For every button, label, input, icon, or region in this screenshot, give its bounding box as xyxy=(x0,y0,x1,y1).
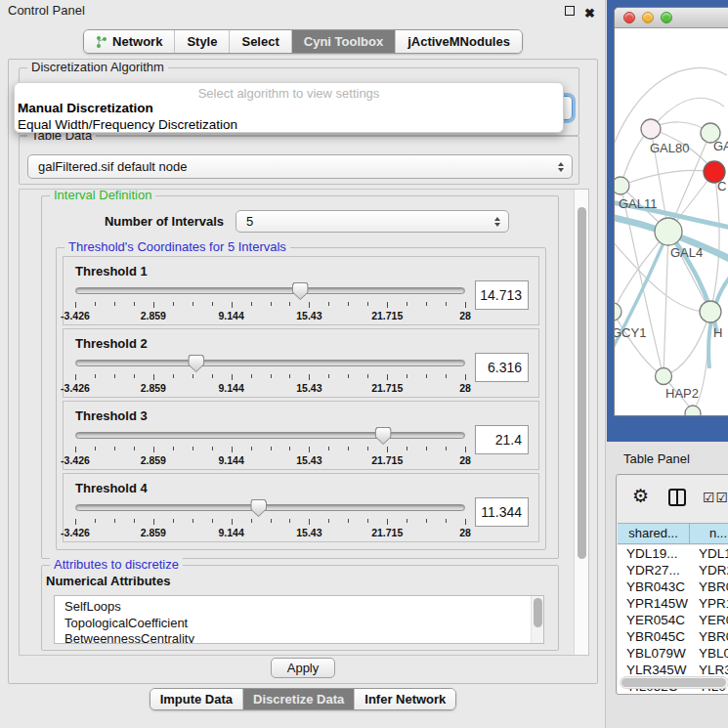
number-of-intervals-combo[interactable]: 5 xyxy=(236,210,509,233)
table-row[interactable]: YPR145WYPR1 xyxy=(618,595,728,612)
slider-tick xyxy=(289,519,290,523)
popup-option-manual-discretization[interactable]: Manual Discretization xyxy=(15,101,563,117)
slider-tick xyxy=(271,447,272,450)
column-header-shared[interactable]: shared... xyxy=(618,524,690,543)
column-header-name[interactable]: n... xyxy=(690,524,728,543)
float-window-icon[interactable] xyxy=(565,6,575,16)
table-row[interactable]: YBL079WYBL0 xyxy=(618,645,728,662)
slider-tick xyxy=(232,374,233,380)
close-icon[interactable]: ✖ xyxy=(584,3,595,24)
minimize-traffic-light-icon[interactable] xyxy=(642,12,654,23)
slider-tick xyxy=(232,519,233,525)
table-data-combo[interactable]: galFiltered.sif default node xyxy=(27,154,573,179)
node-gal4[interactable] xyxy=(655,218,682,245)
slider-tick xyxy=(271,519,272,523)
node-gal11[interactable] xyxy=(615,177,629,194)
threshold-value-field[interactable]: 11.344 xyxy=(475,497,529,527)
tab-discretize-data[interactable]: Discretize Data xyxy=(242,689,354,709)
control-panel-titlebar: Control Panel ✖ xyxy=(0,0,605,21)
node-bottom[interactable] xyxy=(685,406,701,415)
slider-thumb[interactable] xyxy=(250,499,267,517)
table-panel-toolbar: ⚙ ☑☑ xyxy=(617,475,728,523)
node-gcy1[interactable] xyxy=(615,303,621,321)
table-data-group: Table Data galFiltered.sif default node xyxy=(19,136,579,185)
zoom-traffic-light-icon[interactable] xyxy=(661,12,672,23)
algorithm-placeholder: Select algorithm to view settings xyxy=(15,83,563,101)
threshold-value-field[interactable]: 6.316 xyxy=(475,353,529,382)
slider-tick-label: 15.43 xyxy=(296,382,321,394)
tab-cyni-toolbox[interactable]: Cyni Toolbox xyxy=(291,30,395,53)
tab-select[interactable]: Select xyxy=(229,30,290,53)
slider-tick xyxy=(407,374,407,378)
slider-tick xyxy=(367,519,368,523)
threshold-value-field[interactable]: 14.713 xyxy=(475,280,529,310)
threshold-slider[interactable]: -3.4262.8599.14415.4321.71528 xyxy=(75,355,465,398)
network-window-titlebar[interactable] xyxy=(615,8,728,28)
close-traffic-light-icon[interactable] xyxy=(623,12,635,23)
slider-tick xyxy=(348,447,349,450)
table-data-combo-value: galFiltered.sif default node xyxy=(38,159,187,174)
slider-thumb[interactable] xyxy=(292,282,309,300)
numerical-attributes-list[interactable]: SelfLoopsTopologicalCoefficientBetweenne… xyxy=(54,595,544,644)
table-cell-shared-name: YBR045C xyxy=(618,628,690,645)
tab-network[interactable]: Network xyxy=(84,30,174,53)
tab-label: Cyni Toolbox xyxy=(304,34,383,49)
threshold-value-field[interactable]: 21.4 xyxy=(475,425,529,454)
slider-tick xyxy=(232,302,233,308)
table-row[interactable]: YBR043CYBR0 xyxy=(618,578,728,595)
tab-infer-network[interactable]: Infer Network xyxy=(354,689,455,709)
threshold-slider[interactable]: -3.4262.8599.14415.4321.71528 xyxy=(75,499,465,542)
slider-thumb[interactable] xyxy=(375,427,392,445)
popup-option-equal-width-frequency[interactable]: Equal Width/Frequency Discretization xyxy=(15,117,563,134)
table-cell-name: YBR0 xyxy=(690,578,728,595)
control-panel-window: Control Panel ✖ NetworkStyleSelectCyni T… xyxy=(0,0,606,728)
slider-tick xyxy=(134,519,135,523)
network-canvas[interactable]: GAL80 GA C GAL11 GAL4 GCY1 H HAP2 xyxy=(615,28,728,415)
threshold-slider[interactable]: -3.4262.8599.14415.4321.71528 xyxy=(75,427,465,470)
slider-tick xyxy=(114,302,115,306)
slider-track[interactable] xyxy=(75,432,465,439)
node-label: HAP2 xyxy=(665,386,699,401)
tab-jactivemnodules[interactable]: jActiveMNodules xyxy=(395,30,522,53)
apply-button[interactable]: Apply xyxy=(271,658,335,678)
slider-track[interactable] xyxy=(75,360,465,366)
slider-track[interactable] xyxy=(75,504,465,511)
numerical-attributes-label: Numerical Attributes xyxy=(46,574,170,588)
slider-thumb[interactable] xyxy=(188,355,204,372)
select-columns-icon[interactable]: ☑☑ xyxy=(703,490,728,505)
node-gal80[interactable] xyxy=(641,119,661,139)
split-columns-icon[interactable] xyxy=(668,489,686,506)
tab-label: Discretize Data xyxy=(253,692,344,707)
table-panel-body: ⚙ ☑☑ shared... n... YDL19...YDL1YDR27...… xyxy=(616,474,728,695)
slider-tick-label: 15.43 xyxy=(296,310,321,321)
slider-tick xyxy=(309,302,310,308)
tab-impute-data[interactable]: Impute Data xyxy=(150,689,242,709)
number-of-intervals-value: 5 xyxy=(246,214,253,229)
slider-tick xyxy=(446,374,447,378)
horizontal-scrollbar[interactable] xyxy=(620,676,728,689)
table-row[interactable]: YDL19...YDL1 xyxy=(618,545,728,562)
node-hap2[interactable] xyxy=(656,368,672,385)
attributes-scrollbar[interactable] xyxy=(531,596,543,643)
threshold-slider[interactable]: -3.4262.8599.14415.4321.71528 xyxy=(75,282,465,325)
attribute-list-item[interactable]: TopologicalCoefficient xyxy=(64,616,543,632)
slider-tick xyxy=(309,374,310,380)
slider-tick xyxy=(367,447,368,450)
slider-track[interactable] xyxy=(75,287,465,294)
slider-tick xyxy=(465,519,466,525)
slider-tick xyxy=(271,302,272,306)
table-row[interactable]: YDR27...YDR2 xyxy=(618,562,728,578)
table-cell-name: YER0 xyxy=(690,612,728,628)
vertical-scrollbar[interactable] xyxy=(574,190,588,655)
attribute-list-item[interactable]: BetweennessCentrality xyxy=(64,631,543,644)
attribute-list-item[interactable]: SelfLoops xyxy=(64,599,543,616)
table-row[interactable]: YER054CYER0 xyxy=(618,612,728,628)
slider-tick xyxy=(426,447,427,450)
gear-icon[interactable]: ⚙ xyxy=(632,485,649,507)
slider-tick xyxy=(212,447,213,450)
slider-tick xyxy=(153,302,154,308)
tab-style[interactable]: Style xyxy=(174,30,229,53)
table-row[interactable]: YBR045CYBR0 xyxy=(618,628,728,645)
node-h[interactable] xyxy=(700,301,721,322)
slider-tick-label: 2.859 xyxy=(141,527,166,538)
